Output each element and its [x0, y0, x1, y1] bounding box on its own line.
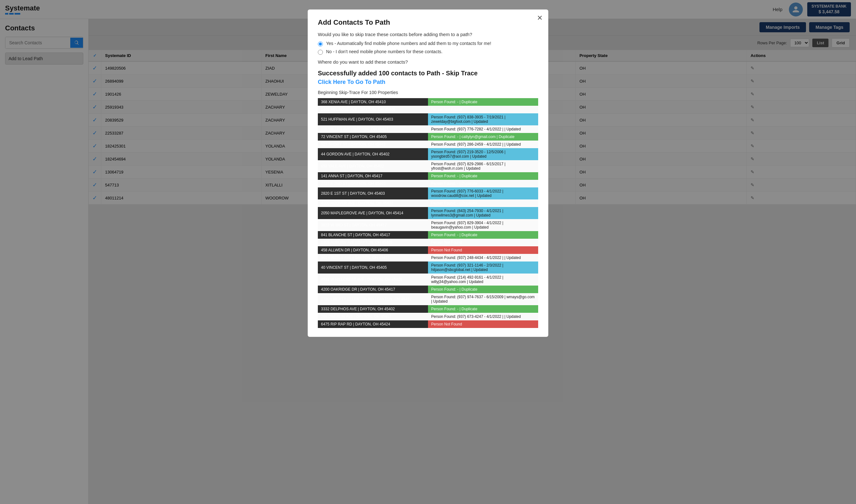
- skip-trace-address: 2050 MAPLEGROVE AVE | DAYTON, OH 45414: [318, 207, 428, 219]
- modal-question: Would you like to skip trace these conta…: [318, 32, 538, 37]
- skip-trace-row: 841 BLANCHE ST | DAYTON, OH 45417 Person…: [318, 231, 538, 239]
- skip-trace-result: Person Found: (937) 974-7637 - 6/15/2009…: [428, 293, 538, 305]
- radio-yes-label: Yes - Automatically find mobile phone nu…: [326, 41, 491, 46]
- skip-trace-row: 2820 E 1ST ST | DAYTON, OH 45403 Person …: [318, 187, 538, 199]
- skip-trace-row: 2050 MAPLEGROVE AVE | DAYTON, OH 45414 P…: [318, 207, 538, 219]
- skip-trace-result: Person Found: - | Duplicate: [428, 305, 538, 313]
- skip-trace-address: 2820 E 1ST ST | DAYTON, OH 45403: [318, 187, 428, 199]
- skip-trace-result: Person Not Found: [428, 246, 538, 254]
- skip-trace-row: 6475 RIP RAP RD | DAYTON, OH 45424 Perso…: [318, 320, 538, 328]
- skip-trace-result: Person Found: (937) 673-4247 - 4/1/2022 …: [428, 313, 538, 320]
- skip-trace-result: Person Found: (214) 492-9161 - 4/1/2022 …: [428, 273, 538, 286]
- goto-path-link[interactable]: Click Here To Go To Path: [318, 79, 538, 86]
- skip-trace-result: Person Not Found: [428, 106, 538, 113]
- skip-trace-row: 652 YALE AVE | DAYTON, OH 45402 Person F…: [318, 160, 538, 172]
- skip-trace-address: 1905 AUBURN AVE | DAYTON, OH 45406: [318, 239, 428, 246]
- modal: ✕ Add Contacts To Path Would you like to…: [308, 10, 548, 337]
- skip-trace-result: Person Found: (937) 776-7282 - 4/1/2022 …: [428, 125, 538, 133]
- radio-no-label: No - I don't need mobile phone numbers f…: [326, 49, 443, 54]
- skip-trace-row: 1905 AUBURN AVE | DAYTON, OH 45406 Perso…: [318, 239, 538, 246]
- skip-trace-table: 368 XENIA AVE | DAYTON, OH 45410 Person …: [318, 98, 538, 328]
- skip-trace-address: 108 MILLER AVE | DAYTON, OH 45417: [318, 125, 428, 133]
- skip-trace-address: 3822 W 3RD ST | DAYTON, OH 45417: [318, 219, 428, 231]
- skip-trace-address: 458 ALLWEN DR | DAYTON, OH 45406: [318, 246, 428, 254]
- radio-yes-input[interactable]: [318, 41, 323, 47]
- skip-trace-result: Person Found: - | Duplicate: [428, 180, 538, 187]
- skip-trace-address: 72 VINCENT ST | DAYTON, OH 45405: [318, 133, 428, 141]
- skip-trace-address: 841 BLANCHE ST | DAYTON, OH 45417: [318, 231, 428, 239]
- radio-no-input[interactable]: [318, 50, 323, 55]
- modal-where-question: Where do you want to add these contacts?: [318, 59, 538, 65]
- skip-trace-result: Person Not Found: [428, 239, 538, 246]
- skip-trace-address: 298 OBERLIN AVE | DAYTON, OH 45417: [318, 313, 428, 320]
- skip-trace-result: Person Found: - | Duplicate: [428, 286, 538, 293]
- skip-trace-result: Person Found: (843) 254-7930 - 4/1/2021 …: [428, 207, 538, 219]
- skip-trace-row: 521 HUFFMAN AVE | DAYTON, OH 45403 Perso…: [318, 113, 538, 125]
- skip-trace-address: 652 YALE AVE | DAYTON, OH 45402: [318, 160, 428, 172]
- skip-trace-row: 3332 DELPHOS AVE | DAYTON, OH 45402 Pers…: [318, 305, 538, 313]
- skip-trace-address: 44 GORDON AVE | DAYTON, OH 45402: [318, 148, 428, 160]
- skip-trace-result: Person Found: - | Duplicate: [428, 98, 538, 106]
- radio-no-item: No - I don't need mobile phone numbers f…: [318, 49, 538, 55]
- radio-yes-item: Yes - Automatically find mobile phone nu…: [318, 41, 538, 47]
- skip-trace-address: 521 HUFFMAN AVE | DAYTON, OH 45403: [318, 113, 428, 125]
- skip-trace-result: Person Found: - | Duplicate: [428, 231, 538, 239]
- skip-trace-address: 4000 HOOVER AVE | DAYTON, OH 45402: [318, 199, 428, 207]
- skip-trace-result: Person Found: - | Duplicate: [428, 172, 538, 180]
- skip-trace-result: Person Found: - | Duplicate: [428, 199, 538, 207]
- skip-trace-address: 3332 DELPHOS AVE | DAYTON, OH 45402: [318, 305, 428, 313]
- skip-trace-row: 1409 MELROSE AVE | DAYTON, OH 45409 Pers…: [318, 106, 538, 113]
- skip-trace-row: 298 OBERLIN AVE | DAYTON, OH 45417 Perso…: [318, 313, 538, 320]
- skip-trace-address: 4531 W HILLCREST AVE | DAYTON, OH 45406: [318, 273, 428, 286]
- skip-trace-row: 3822 W 3RD ST | DAYTON, OH 45417 Person …: [318, 219, 538, 231]
- skip-trace-row: 4000 HOOVER AVE | DAYTON, OH 45402 Perso…: [318, 199, 538, 207]
- skip-trace-result: Person Found: (937) 838-3935 - 7/19/2021…: [428, 113, 538, 125]
- modal-overlay[interactable]: ✕ Add Contacts To Path Would you like to…: [0, 0, 856, 504]
- skip-trace-row: 368 XENIA AVE | DAYTON, OH 45410 Person …: [318, 98, 538, 106]
- skip-trace-row: 2727 E 2ND ST | DAYTON, OH 45403 Person …: [318, 180, 538, 187]
- skip-trace-row: 108 MILLER AVE | DAYTON, OH 45417 Person…: [318, 125, 538, 133]
- skip-trace-address: 2727 E 2ND ST | DAYTON, OH 45403: [318, 180, 428, 187]
- skip-trace-result: Person Found: (937) 829-2986 - 6/15/2017…: [428, 160, 538, 172]
- skip-trace-result: Person Found: (937) 219-3520 - 12/5/2006…: [428, 148, 538, 160]
- radio-group: Yes - Automatically find mobile phone nu…: [318, 41, 538, 55]
- skip-trace-result: Person Found: (937) 248-4434 - 4/1/2022 …: [428, 254, 538, 262]
- skip-trace-result: Person Found: - | cattylyn@gmail.com | D…: [428, 133, 538, 141]
- skip-trace-result: Person Found: (937) 776-6033 - 4/1/2022 …: [428, 187, 538, 199]
- skip-trace-address: 6475 RIP RAP RD | DAYTON, OH 45424: [318, 320, 428, 328]
- skip-trace-address: 1720 LIBERTY ELLERTON RD | DAYTON, OH 45…: [318, 293, 428, 305]
- skip-trace-row: 4200 OAKRIDGE DR | DAYTON, OH 45417 Pers…: [318, 286, 538, 293]
- skip-trace-address: 4200 OAKRIDGE DR | DAYTON, OH 45417: [318, 286, 428, 293]
- skip-trace-row: 44 GORDON AVE | DAYTON, OH 45402 Person …: [318, 148, 538, 160]
- skip-trace-address: 901 FRIZELL AVE | DAYTON, OH 45417: [318, 254, 428, 262]
- skip-trace-address: 40 VINCENT ST | DAYTON, OH 45405: [318, 262, 428, 273]
- skip-trace-address: 1409 MELROSE AVE | DAYTON, OH 45409: [318, 106, 428, 113]
- skip-trace-result: Person Found: (937) 829-3904 - 4/1/2022 …: [428, 219, 538, 231]
- skip-trace-result: Person Not Found: [428, 320, 538, 328]
- success-message: Successfully added 100 contacts to Path …: [318, 70, 538, 77]
- skip-trace-row: 901 FRIZELL AVE | DAYTON, OH 45417 Perso…: [318, 254, 538, 262]
- skip-trace-label: Beginning Skip-Trace For 100 Properties: [318, 90, 538, 95]
- skip-trace-row: 4531 W HILLCREST AVE | DAYTON, OH 45406 …: [318, 273, 538, 286]
- skip-trace-row: 1720 LIBERTY ELLERTON RD | DAYTON, OH 45…: [318, 293, 538, 305]
- skip-trace-row: 527 SHORT ST | DAYTON, OH 45449 Person F…: [318, 141, 538, 148]
- skip-trace-result: Person Found: (937) 321-1146 - 2/3/2022 …: [428, 262, 538, 273]
- skip-trace-address: 141 ANNA ST | DAYTON, OH 45417: [318, 172, 428, 180]
- skip-trace-result: Person Found: (937) 286-2459 - 4/1/2022 …: [428, 141, 538, 148]
- skip-trace-row: 40 VINCENT ST | DAYTON, OH 45405 Person …: [318, 262, 538, 273]
- skip-trace-address: 368 XENIA AVE | DAYTON, OH 45410: [318, 98, 428, 106]
- modal-close-button[interactable]: ✕: [537, 14, 542, 22]
- skip-trace-row: 72 VINCENT ST | DAYTON, OH 45405 Person …: [318, 133, 538, 141]
- skip-trace-address: 527 SHORT ST | DAYTON, OH 45449: [318, 141, 428, 148]
- modal-title: Add Contacts To Path: [318, 18, 538, 26]
- skip-trace-row: 141 ANNA ST | DAYTON, OH 45417 Person Fo…: [318, 172, 538, 180]
- skip-trace-row: 458 ALLWEN DR | DAYTON, OH 45406 Person …: [318, 246, 538, 254]
